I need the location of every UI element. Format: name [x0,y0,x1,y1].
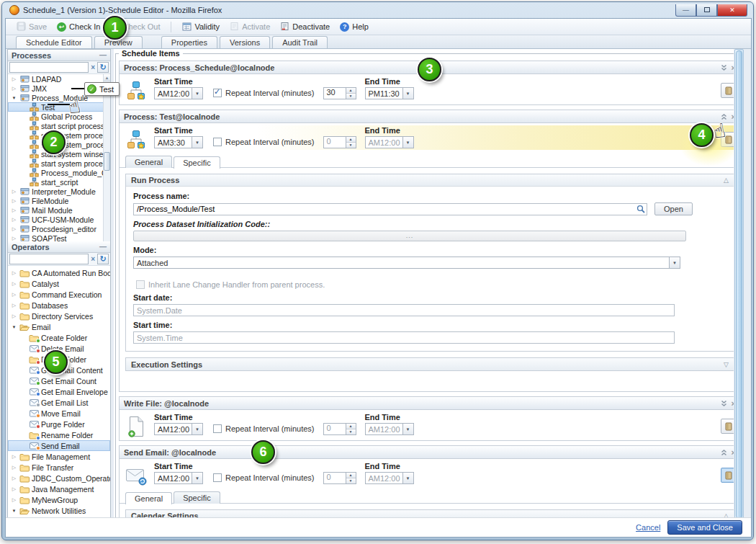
tree-item-soaptest[interactable]: ▷SOAPTest [8,233,110,241]
expand-section-icon[interactable]: ▽ [724,361,729,368]
processes-tree-scrollbar[interactable]: ▲ [103,74,110,241]
tree-item-ca-automated-run-book[interactable]: ▷CA Automated Run Book [8,267,110,278]
expand-icon[interactable]: ▷ [11,303,17,308]
spin-up-icon[interactable]: ▲ [346,88,356,94]
cancel-link[interactable]: Cancel [636,523,660,532]
expand-icon[interactable]: ▷ [11,465,17,471]
processes-search-input[interactable] [9,62,89,73]
expand-icon[interactable]: ▷ [11,208,17,213]
dropdown-arrow-icon[interactable]: ▼ [669,257,680,268]
toolbar-button-validity[interactable]: Validity [177,20,225,34]
dropdown-arrow-icon[interactable]: ▼ [192,473,202,483]
tree-item-catalyst[interactable]: ▷Catalyst [8,278,110,289]
tree-item-start-system-winser[interactable]: start system winser [8,149,110,159]
tree-item-start-system-process[interactable]: start system process_ [8,130,110,140]
start-time-select[interactable]: AM12:00▼ [154,423,203,435]
dropdown-arrow-icon[interactable]: ▼ [192,88,202,99]
expand-icon[interactable]: ▷ [11,497,17,503]
operators-search-input[interactable] [9,254,89,264]
dropdown-arrow-icon[interactable]: ▼ [402,88,413,99]
end-time-select[interactable]: PM11:30▼ [365,87,414,99]
panel-header[interactable]: Process: Test@localnode × [120,110,734,123]
tree-item-purge-folder[interactable]: Purge Folder [8,419,110,429]
tree-item-procsdesign-editor[interactable]: ▷Procsdesign_editor [8,224,110,233]
process-name-input[interactable] [134,205,635,213]
expand-icon[interactable]: ▷ [11,236,17,241]
panel-header[interactable]: Send Email: @localnode × [120,446,734,459]
tree-item-process-module-cust[interactable]: Process_module_Cust [8,168,110,177]
close-panel-icon[interactable]: × [732,113,734,120]
tree-item-get-email-count[interactable]: Get Email Count [8,375,110,386]
collapse-icon[interactable]: ▼ [11,325,17,329]
expand-icon[interactable]: ▷ [11,292,17,298]
expand-icon[interactable]: ▷ [11,226,17,232]
item-calendar-button[interactable] [721,132,734,147]
tree-item-network-utilities[interactable]: ▼Network Utilities [8,505,110,516]
expand-icon[interactable]: ▷ [11,189,17,195]
tree-item-global-process[interactable]: Global Process [8,112,110,121]
start-time-select[interactable]: AM3:30▼ [154,136,203,148]
maximize-button[interactable] [696,4,717,17]
tree-item-move-email[interactable]: Move Email [8,408,110,419]
tab-general[interactable]: General [125,156,172,168]
expand-icon[interactable]: ▷ [11,313,17,319]
expand-icon[interactable]: ▷ [11,476,17,481]
tree-item-mail-module[interactable]: ▷Mail Module [8,205,110,215]
run-process-header[interactable]: Run Process △ [126,174,734,187]
tree-item-test[interactable]: Test [8,102,110,112]
collapse-panel-icon[interactable]: — [99,243,107,251]
repeat-interval-spinner[interactable]: 30▲▼ [323,87,356,99]
tree-item-get-email-envelope[interactable]: Get Email Envelope [8,386,110,397]
scroll-thumb[interactable] [104,152,110,171]
expand-icon[interactable]: ▷ [11,454,17,460]
item-calendar-button[interactable] [721,83,734,98]
tab-specific[interactable]: Specific [174,156,220,169]
close-panel-icon[interactable]: × [732,449,734,456]
refresh-icon[interactable]: ↻ [97,254,109,264]
repeat-interval-checkbox[interactable] [213,424,222,433]
toolbar-button-check-in[interactable]: ↩Check In [52,20,105,33]
expand-icon[interactable]: ▷ [11,76,17,82]
scroll-thumb[interactable] [736,50,742,519]
tree-item-rename-folder[interactable]: Rename Folder [8,429,110,440]
dropdown-arrow-icon[interactable]: ▼ [192,424,202,434]
main-scrollbar[interactable] [734,49,744,520]
tree-item-jdbc-custom-operators[interactable]: ▷JDBC_Custom_Operators [8,473,110,483]
collapse-panel-icon[interactable]: — [99,51,107,59]
tree-item-interpreter-module[interactable]: ▷Interpreter_Module [8,187,110,196]
tree-item-start-script-process-wi[interactable]: start script process wi [8,121,110,130]
tree-item-delete-folder[interactable]: Delete Folder [8,354,110,365]
expand-icon[interactable]: ▷ [11,486,17,492]
expand-panel-icon[interactable] [720,400,728,407]
operators-panel-header[interactable]: Operators — [8,241,110,253]
close-panel-icon[interactable]: × [732,64,734,71]
tree-item-get-email-list[interactable]: Get Email List [8,397,110,408]
tree-item-ucf-usm-module[interactable]: ▷UCF-USM-Module [8,215,110,224]
tree-item-file-transfer[interactable]: ▷File Transfer [8,462,110,473]
collapse-icon[interactable]: ▼ [11,509,17,513]
clear-search-icon[interactable]: × [90,255,96,263]
tree-item-delete-email[interactable]: Delete Email [8,343,110,354]
tab-audit-trail[interactable]: Audit Trail [272,36,328,48]
tree-item-file-management[interactable]: ▷File Management [8,451,110,462]
minimize-button[interactable]: — [675,4,696,17]
tree-item-get-email-content[interactable]: Get Email Content [8,365,110,375]
item-calendar-button[interactable] [721,419,734,434]
tab-general[interactable]: General [125,492,172,504]
start-time-select[interactable]: AM12:00▼ [154,472,203,484]
tree-item-send-email[interactable]: Send Email [8,440,110,451]
start-time-select[interactable]: AM12:00▼ [154,87,203,99]
panel-header[interactable]: Write File: @localnode × [120,397,734,410]
tree-item-start-system-process[interactable]: start system_process [8,140,110,149]
mode-select[interactable]: Attached▼ [133,257,680,269]
close-panel-icon[interactable]: × [732,400,734,407]
tree-item-directory-services[interactable]: ▷Directory Services [8,311,110,321]
search-icon[interactable] [635,205,647,213]
expand-icon[interactable]: ▷ [11,86,17,92]
spin-down-icon[interactable]: ▼ [346,94,356,99]
expand-icon[interactable]: ▷ [11,270,17,276]
open-button[interactable]: Open [654,202,693,215]
tree-item-java-management[interactable]: ▷Java Management [8,483,110,494]
tree-item-create-folder[interactable]: Create Folder [8,332,110,343]
item-calendar-button[interactable] [721,468,734,483]
